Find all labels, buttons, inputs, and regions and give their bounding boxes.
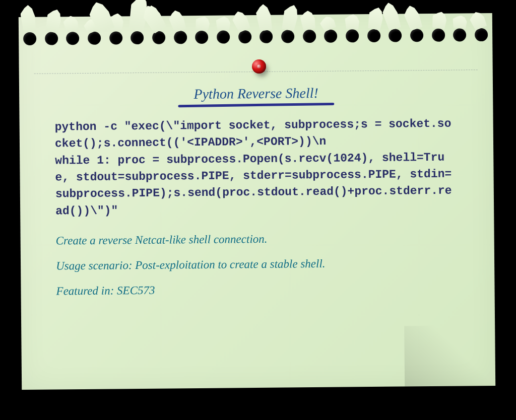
spiral-hole	[281, 30, 294, 43]
torn-paper-flap	[195, 15, 212, 32]
spiral-hole	[152, 31, 165, 44]
spiral-hole	[238, 30, 251, 43]
torn-paper-flap	[82, 17, 101, 35]
torn-paper-flap	[127, 0, 151, 32]
torn-paper-flap	[230, 9, 251, 33]
torn-paper-flap	[380, 1, 403, 31]
torn-paper-flap	[167, 9, 187, 33]
note-title: Python Reverse Shell!	[54, 84, 458, 104]
torn-paper-flap	[366, 6, 385, 31]
torn-paper-flap	[20, 5, 37, 33]
torn-paper-flap	[86, 0, 116, 34]
spiral-hole	[88, 32, 101, 45]
spiral-hole	[174, 31, 187, 44]
spiral-hole	[367, 29, 380, 42]
description-text: Create a reverse Netcat-like shell conne…	[56, 230, 459, 249]
torn-paper-flap	[299, 10, 317, 31]
spiral-hole	[217, 30, 230, 43]
usage-text: Usage scenario: Post-exploitation to cre…	[56, 255, 459, 274]
torn-paper-flap	[318, 14, 338, 32]
spiral-hole	[23, 32, 36, 45]
spiral-hole	[260, 30, 273, 43]
torn-paper-flap	[130, 5, 149, 32]
spiral-hole	[131, 31, 144, 44]
scene: Python Reverse Shell! python -c "exec(\"…	[0, 0, 516, 420]
spiral-hole	[66, 32, 79, 45]
spiral-hole	[195, 31, 208, 44]
note-content: Python Reverse Shell! python -c "exec(\"…	[54, 84, 460, 309]
torn-paper-flap	[280, 3, 300, 32]
spiral-hole	[303, 30, 316, 43]
torn-paper-flap	[345, 14, 360, 30]
torn-paper-flap	[139, 2, 168, 35]
torn-paper-flap	[255, 3, 274, 31]
torn-paper-flap	[108, 13, 124, 32]
torn-paper-flap	[468, 10, 488, 31]
spiral-torn-edge	[19, 12, 493, 51]
spiral-hole	[410, 29, 423, 42]
torn-paper-flap	[62, 15, 80, 33]
spiral-hole	[475, 28, 488, 41]
torn-paper-flap	[431, 11, 448, 30]
torn-paper-flap	[452, 15, 468, 29]
spiral-hole	[324, 30, 337, 43]
torn-paper-flap	[402, 4, 424, 31]
spiral-hole	[45, 32, 58, 45]
title-underline	[178, 103, 334, 107]
spiral-hole	[432, 29, 445, 42]
code-block: python -c "exec(\"import socket, subproc…	[55, 116, 459, 220]
spiral-hole	[389, 29, 402, 42]
featured-text: Featured in: SEC573	[56, 280, 459, 300]
torn-paper-flap	[143, 3, 166, 33]
spiral-hole	[109, 31, 122, 44]
spiral-hole	[346, 29, 359, 42]
push-pin-icon	[252, 59, 268, 76]
spiral-hole	[453, 28, 466, 41]
torn-paper-flap	[216, 17, 231, 31]
torn-paper-flap	[44, 8, 63, 34]
paper-corner-shadow	[404, 325, 495, 387]
